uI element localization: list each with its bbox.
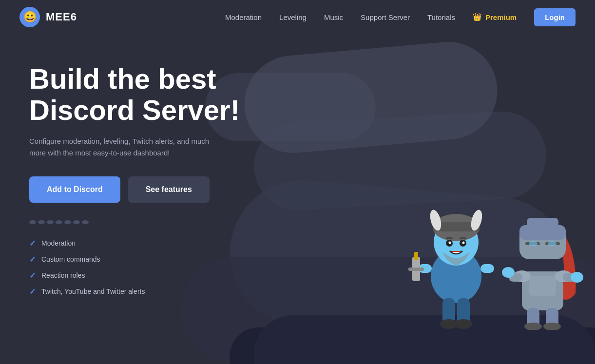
- svg-point-18: [455, 319, 472, 329]
- wave-dot-7: [82, 220, 89, 224]
- svg-point-31: [571, 272, 583, 283]
- navbar: 😀 MEE6 Moderation Leveling Music Support…: [0, 0, 595, 34]
- hero-title-line1: Build the best: [29, 63, 216, 95]
- wave-dot-5: [64, 220, 71, 224]
- character-illustration: [351, 111, 595, 364]
- nav-premium-link[interactable]: 👑 Premium: [473, 13, 517, 21]
- hero-subtitle: Configure moderation, leveling, Twitch a…: [29, 135, 214, 159]
- svg-point-9: [462, 242, 465, 244]
- svg-point-28: [548, 241, 557, 246]
- hero-title-line2: Discord Server!: [29, 94, 240, 126]
- svg-rect-14: [414, 252, 418, 260]
- svg-rect-13: [408, 268, 424, 271]
- feature-label-3: Twitch, YouTube and Twitter alerts: [41, 287, 145, 295]
- nav-link-music[interactable]: Music: [324, 13, 343, 21]
- add-to-discord-button[interactable]: Add to Discord: [29, 176, 120, 203]
- check-icon-0: ✓: [29, 239, 36, 248]
- feature-label-2: Reaction roles: [41, 271, 85, 279]
- nav-link-leveling[interactable]: Leveling: [279, 13, 307, 21]
- knight-character: [500, 196, 585, 330]
- svg-rect-26: [527, 218, 558, 229]
- svg-point-27: [529, 241, 537, 246]
- viking-character: [407, 189, 505, 330]
- nav-link-tutorials[interactable]: Tutorials: [427, 13, 455, 21]
- login-button[interactable]: Login: [534, 8, 576, 26]
- crown-icon: 👑: [473, 13, 482, 21]
- feature-label-1: Custom commands: [41, 255, 100, 263]
- hero-section: Build the best Discord Server! Configure…: [0, 34, 595, 364]
- check-icon-3: ✓: [29, 287, 36, 296]
- logo-icon: 😀: [19, 7, 40, 27]
- svg-rect-37: [529, 276, 556, 296]
- wave-dot-1: [29, 220, 36, 224]
- svg-point-32: [502, 267, 515, 278]
- nav-link-support[interactable]: Support Server: [361, 13, 410, 21]
- premium-label: Premium: [485, 13, 517, 21]
- nav-links: Moderation Leveling Music Support Server…: [225, 8, 576, 26]
- hero-title: Build the best Discord Server!: [29, 63, 283, 126]
- wave-dot-4: [56, 220, 62, 224]
- svg-point-8: [449, 242, 451, 244]
- see-features-button[interactable]: See features: [128, 176, 210, 203]
- wave-dot-6: [73, 220, 80, 224]
- logo[interactable]: 😀 MEE6: [19, 7, 77, 27]
- nav-link-moderation[interactable]: Moderation: [225, 13, 262, 21]
- svg-rect-11: [480, 264, 494, 273]
- check-icon-1: ✓: [29, 255, 36, 264]
- feature-label-0: Moderation: [41, 239, 76, 247]
- wave-dot-3: [47, 220, 54, 224]
- logo-text: MEE6: [46, 11, 77, 23]
- check-icon-2: ✓: [29, 271, 36, 280]
- wave-dot-2: [38, 220, 45, 224]
